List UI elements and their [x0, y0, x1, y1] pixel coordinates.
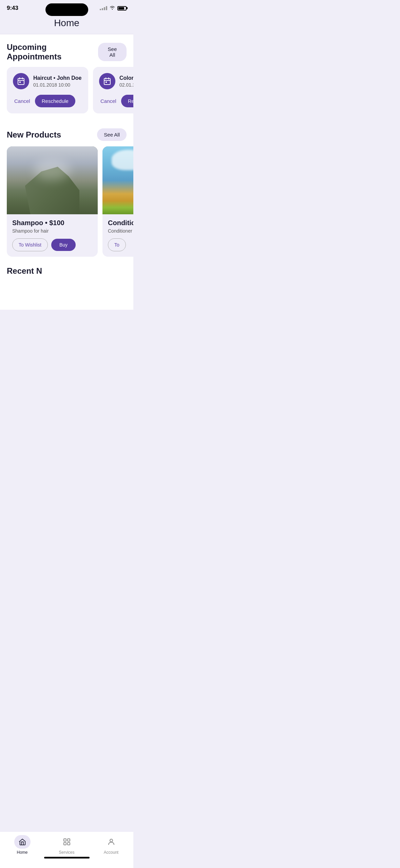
reschedule-button[interactable]: Reschedule [121, 95, 133, 107]
product-actions: To Wishlist Buy [12, 238, 92, 251]
appointment-name: Coloring [119, 75, 133, 81]
products-see-all-button[interactable]: See All [97, 128, 127, 141]
wishlist-button[interactable]: To Wishlist [12, 238, 48, 251]
main-content: Upcoming Appointments See All Haircut • … [0, 34, 133, 310]
product-card: Shampoo • $100 Shampoo for hair To Wishl… [7, 146, 98, 257]
appointment-card: Haircut • John Doe 01.01.2018 10:00 Canc… [7, 67, 88, 113]
svg-rect-5 [104, 78, 110, 85]
appointment-top: Haircut • John Doe 01.01.2018 10:00 [13, 73, 82, 89]
status-icons [100, 5, 127, 11]
appointment-card: Coloring 02.01.20 Cancel Reschedule [93, 67, 133, 113]
signal-icon [100, 6, 107, 10]
appointments-scroll: Haircut • John Doe 01.01.2018 10:00 Canc… [0, 67, 133, 120]
appointments-see-all-button[interactable]: See All [98, 43, 127, 61]
calendar-icon [99, 73, 115, 89]
cancel-button[interactable]: Cancel [13, 95, 32, 107]
product-image-cliff [7, 146, 98, 214]
buy-button[interactable]: Buy [51, 239, 76, 251]
products-section-title: New Products [7, 130, 61, 140]
appointments-section-header: Upcoming Appointments See All [0, 34, 133, 67]
product-description: Shampoo for hair [12, 228, 92, 234]
products-section-header: New Products See All [0, 120, 133, 146]
appointment-info: Haircut • John Doe 01.01.2018 10:00 [33, 75, 82, 88]
reschedule-button[interactable]: Reschedule [35, 95, 75, 107]
products-scroll: Shampoo • $100 Shampoo for hair To Wishl… [0, 146, 133, 264]
recent-section-title: Recent N [7, 266, 42, 275]
product-image-ocean [102, 146, 133, 214]
cancel-button[interactable]: Cancel [99, 95, 118, 107]
product-actions: To [108, 238, 133, 251]
product-image [7, 146, 98, 214]
appointment-date: 01.01.2018 10:00 [33, 82, 82, 88]
recent-section: Recent N [0, 264, 133, 276]
page-header: Home [0, 14, 133, 34]
appointments-section-title: Upcoming Appointments [7, 42, 98, 61]
page-title: Home [0, 18, 133, 29]
product-image [102, 146, 133, 214]
product-title: Shampoo • $100 [12, 219, 92, 227]
wishlist-button[interactable]: To [108, 238, 126, 251]
calendar-icon [13, 73, 29, 89]
battery-icon [117, 6, 127, 11]
appointment-top: Coloring 02.01.20 [99, 73, 133, 89]
svg-rect-0 [18, 78, 24, 85]
product-info: Conditio Conditioner To [102, 214, 133, 257]
appointment-actions: Cancel Reschedule [99, 95, 133, 107]
appointment-info: Coloring 02.01.20 [119, 75, 133, 88]
appointment-date: 02.01.20 [119, 82, 133, 88]
svg-rect-9 [106, 82, 107, 83]
status-time: 9:43 [7, 5, 18, 12]
svg-rect-4 [19, 82, 21, 83]
dynamic-island [45, 3, 88, 16]
appointment-actions: Cancel Reschedule [13, 95, 82, 107]
product-title: Conditio [108, 219, 133, 227]
appointment-name: Haircut • John Doe [33, 75, 82, 81]
product-description: Conditioner [108, 228, 133, 234]
product-info: Shampoo • $100 Shampoo for hair To Wishl… [7, 214, 98, 257]
product-card: Conditio Conditioner To [102, 146, 133, 257]
wifi-icon [109, 5, 115, 11]
